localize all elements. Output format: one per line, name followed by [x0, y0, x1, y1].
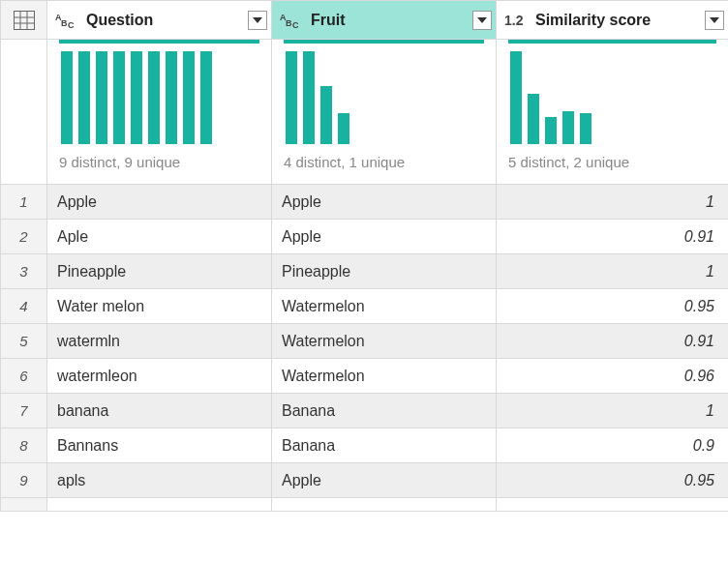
table-cell[interactable]: Bannans [47, 428, 272, 463]
table: ABC Question ABC Fruit [0, 0, 728, 512]
table-row[interactable]: 6watermleonWatermelon0.96 [1, 359, 729, 394]
table-cell[interactable]: 0.9 [497, 428, 729, 463]
table-cell[interactable]: Apple [272, 463, 497, 498]
table-row[interactable]: 7bananaBanana1 [1, 394, 729, 428]
table-cell[interactable]: Pineapple [272, 254, 497, 289]
quality-bar [284, 40, 484, 44]
table-row[interactable]: 8BannansBanana0.9 [1, 428, 729, 463]
distribution-bar [78, 51, 90, 144]
table-row[interactable]: 4Water melonWatermelon0.95 [1, 289, 729, 324]
table-cell[interactable]: 1 [497, 185, 729, 220]
stats-blank [1, 40, 47, 185]
distribution-bar [113, 51, 125, 144]
row-number[interactable]: 8 [1, 428, 47, 463]
table-cell[interactable]: watermln [47, 324, 272, 359]
distribution-bar [303, 51, 315, 144]
table-cell[interactable]: 1 [497, 394, 729, 428]
table-row[interactable]: 1AppleApple1 [1, 185, 729, 220]
svg-text:B: B [61, 18, 68, 28]
column-label: Fruit [311, 12, 472, 29]
table-cell[interactable]: 0.91 [497, 324, 729, 359]
table-cell[interactable]: banana [47, 394, 272, 428]
table-cell[interactable]: Water melon [47, 289, 272, 324]
column-label: Question [86, 12, 248, 29]
data-grid: ABC Question ABC Fruit [0, 0, 728, 561]
distribution-bar [545, 117, 557, 144]
table-cell[interactable]: 1 [497, 254, 729, 289]
svg-text:1.2: 1.2 [504, 13, 524, 28]
distribution-bar [183, 51, 195, 144]
distribution-bar [200, 51, 212, 144]
row-number[interactable]: 9 [1, 463, 47, 498]
table-cell[interactable]: 0.95 [497, 463, 729, 498]
table-cell[interactable]: Banana [272, 428, 497, 463]
row-number[interactable]: 5 [1, 324, 47, 359]
distribution-bar [528, 94, 539, 144]
text-type-icon: ABC [55, 11, 80, 30]
filter-dropdown-button[interactable] [705, 11, 724, 30]
table-icon [14, 11, 35, 30]
table-cell[interactable]: Apple [272, 220, 497, 254]
stats-text: 9 distinct, 9 unique [59, 154, 259, 170]
table-cell[interactable]: 0.96 [497, 359, 729, 394]
svg-text:C: C [68, 20, 75, 30]
chevron-down-icon [477, 17, 487, 23]
distribution-bars [284, 51, 484, 144]
distribution-bar [96, 51, 107, 144]
column-header-question[interactable]: ABC Question [47, 1, 272, 40]
table-cell[interactable]: Apple [47, 185, 272, 220]
distribution-bar [61, 51, 73, 144]
distribution-bar [510, 51, 522, 144]
text-type-icon: ABC [280, 11, 305, 30]
distribution-bar [580, 113, 592, 144]
table-cell[interactable]: apls [47, 463, 272, 498]
column-label: Similarity score [535, 12, 705, 29]
column-header-similarity-score[interactable]: 1.2 Similarity score [497, 1, 729, 40]
row-number[interactable]: 2 [1, 220, 47, 254]
column-stats-fruit: 4 distinct, 1 unique [272, 40, 497, 185]
svg-marker-14 [710, 17, 719, 23]
svg-marker-8 [253, 17, 262, 23]
table-cell[interactable]: Aple [47, 220, 272, 254]
row-number[interactable]: 6 [1, 359, 47, 394]
stats-text: 4 distinct, 1 unique [284, 154, 484, 170]
chevron-down-icon [253, 17, 262, 23]
table-cell[interactable]: 0.95 [497, 289, 729, 324]
tail-row [1, 498, 729, 512]
distribution-bar [166, 51, 177, 144]
table-cell[interactable]: Watermelon [272, 359, 497, 394]
data-body: 1AppleApple12ApleApple0.913PineapplePine… [1, 185, 729, 498]
row-number[interactable]: 7 [1, 394, 47, 428]
select-all-corner[interactable] [1, 1, 47, 40]
table-row[interactable]: 5watermlnWatermelon0.91 [1, 324, 729, 359]
table-row[interactable]: 2ApleApple0.91 [1, 220, 729, 254]
filter-dropdown-button[interactable] [472, 11, 492, 30]
stats-row: 9 distinct, 9 unique 4 distinct, 1 uniqu… [1, 40, 729, 185]
table-cell[interactable]: Banana [272, 394, 497, 428]
table-cell[interactable]: 0.91 [497, 220, 729, 254]
quality-bar [59, 40, 259, 44]
distribution-bar [320, 86, 332, 144]
table-cell[interactable]: Apple [272, 185, 497, 220]
chevron-down-icon [710, 17, 719, 23]
table-row[interactable]: 3PineapplePineapple1 [1, 254, 729, 289]
number-type-icon: 1.2 [504, 11, 530, 30]
distribution-bars [59, 51, 259, 144]
row-number[interactable]: 3 [1, 254, 47, 289]
distribution-bar [338, 113, 349, 144]
svg-rect-0 [14, 11, 34, 29]
svg-text:C: C [292, 20, 299, 30]
column-header-fruit[interactable]: ABC Fruit [272, 1, 497, 40]
table-cell[interactable]: Watermelon [272, 289, 497, 324]
table-cell[interactable]: watermleon [47, 359, 272, 394]
table-cell[interactable]: Pineapple [47, 254, 272, 289]
table-cell[interactable]: Watermelon [272, 324, 497, 359]
table-row[interactable]: 9aplsApple0.95 [1, 463, 729, 498]
svg-marker-12 [477, 17, 487, 23]
svg-text:B: B [286, 18, 292, 28]
quality-bar [508, 40, 716, 44]
row-number[interactable]: 1 [1, 185, 47, 220]
distribution-bar [562, 111, 574, 144]
filter-dropdown-button[interactable] [248, 11, 267, 30]
row-number[interactable]: 4 [1, 289, 47, 324]
